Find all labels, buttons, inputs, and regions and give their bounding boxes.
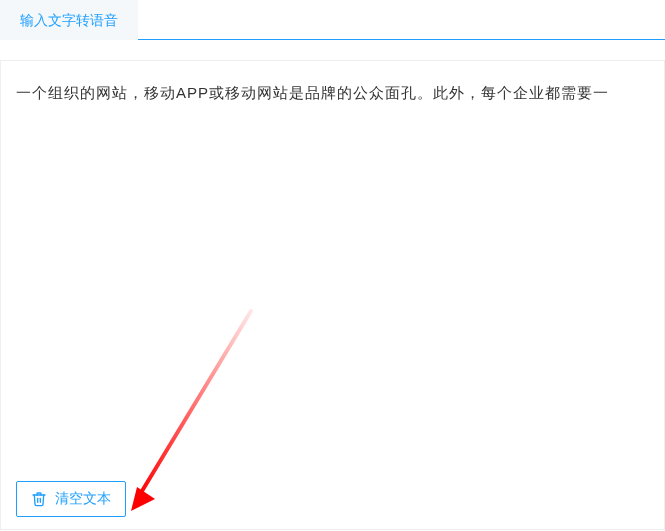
tab-text-to-speech[interactable]: 输入文字转语音 bbox=[0, 0, 138, 40]
tab-label: 输入文字转语音 bbox=[20, 12, 118, 28]
annotation-arrow bbox=[111, 301, 271, 521]
tabs-bar: 输入文字转语音 bbox=[0, 0, 665, 40]
text-input-area[interactable]: 一个组织的网站，移动APP或移动网站是品牌的公众面孔。此外，每个企业都需要一 bbox=[1, 61, 664, 125]
editor-text: 一个组织的网站，移动APP或移动网站是品牌的公众面孔。此外，每个企业都需要一 bbox=[16, 84, 609, 101]
svg-line-0 bbox=[139, 311, 251, 496]
svg-marker-1 bbox=[131, 487, 155, 511]
clear-button-label: 清空文本 bbox=[55, 490, 111, 508]
editor-panel: 一个组织的网站，移动APP或移动网站是品牌的公众面孔。此外，每个企业都需要一 清… bbox=[0, 60, 665, 530]
trash-icon bbox=[31, 491, 47, 507]
clear-text-button[interactable]: 清空文本 bbox=[16, 481, 126, 517]
